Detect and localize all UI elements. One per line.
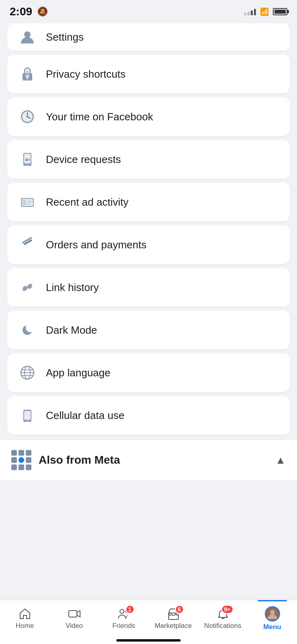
avatar: [265, 606, 280, 621]
device-requests-icon: [17, 149, 38, 170]
cellular-data-label: Cellular data use: [46, 409, 124, 422]
menu-item-device-requests[interactable]: Device requests: [7, 140, 290, 179]
svg-point-4: [26, 70, 29, 73]
dark-mode-icon: [17, 320, 38, 341]
svg-rect-21: [27, 204, 30, 205]
nav-item-video[interactable]: Video: [50, 600, 99, 637]
settings-icon: [17, 27, 38, 47]
wifi-icon: 📶: [260, 7, 269, 16]
status-icons: 📶: [244, 7, 287, 16]
status-time: 2:09 🔕: [10, 5, 48, 18]
menu-item-link-history[interactable]: Link history: [7, 268, 290, 307]
also-from-meta-title: Also from Meta: [39, 454, 120, 466]
marketplace-label: Marketplace: [155, 622, 192, 630]
settings-label: Settings: [46, 31, 84, 43]
orders-payments-icon: [17, 234, 38, 255]
svg-rect-19: [27, 201, 33, 202]
notifications-label: Notifications: [204, 622, 241, 630]
nav-item-friends[interactable]: 1 Friends: [99, 600, 148, 637]
time-display: 2:09: [10, 5, 32, 18]
link-history-icon: [17, 277, 38, 298]
nav-item-home[interactable]: Home: [0, 600, 50, 637]
meta-grid-icon: [11, 450, 31, 470]
link-history-label: Link history: [46, 281, 99, 294]
nav-item-marketplace[interactable]: 6 Marketplace: [148, 600, 198, 637]
device-requests-label: Device requests: [46, 153, 121, 166]
time-on-facebook-label: Your time on Facebook: [46, 111, 153, 123]
nav-item-menu[interactable]: Menu: [248, 600, 297, 637]
menu-item-orders-payments[interactable]: Orders and payments: [7, 225, 290, 264]
friends-icon: 1: [118, 607, 130, 620]
svg-rect-38: [169, 613, 178, 619]
svg-rect-35: [69, 611, 77, 617]
menu-list: Settings Privacy shortcuts: [0, 23, 297, 435]
svg-rect-18: [23, 200, 26, 205]
signal-icon: [244, 8, 256, 15]
menu-item-privacy-shortcuts[interactable]: Privacy shortcuts: [7, 55, 290, 93]
recent-ad-activity-icon: [17, 192, 38, 213]
video-icon: [68, 607, 81, 620]
orders-payments-label: Orders and payments: [46, 239, 146, 251]
svg-point-0: [24, 31, 31, 38]
home-indicator: [116, 639, 181, 642]
recent-ad-activity-label: Recent ad activity: [46, 196, 128, 208]
time-on-facebook-icon: [17, 106, 38, 127]
svg-rect-20: [27, 202, 31, 203]
svg-rect-33: [24, 411, 31, 420]
menu-item-recent-ad-activity[interactable]: Recent ad activity: [7, 183, 290, 221]
also-from-meta-left: Also from Meta: [11, 450, 120, 470]
menu-item-dark-mode[interactable]: Dark Mode: [7, 311, 290, 349]
menu-icon: [265, 606, 280, 621]
svg-point-40: [270, 610, 275, 615]
friends-badge: 1: [126, 605, 134, 614]
svg-point-12: [27, 164, 28, 165]
svg-rect-13: [25, 159, 28, 161]
chevron-up-icon: ▲: [275, 454, 286, 466]
cellular-data-icon: [17, 405, 38, 426]
privacy-shortcuts-label: Privacy shortcuts: [46, 68, 126, 80]
app-language-icon: [17, 362, 38, 383]
svg-point-9: [27, 116, 28, 118]
friends-label: Friends: [112, 622, 135, 630]
status-bar: 2:09 🔕 📶: [0, 0, 297, 22]
privacy-shortcuts-icon: [17, 64, 38, 85]
dark-mode-label: Dark Mode: [46, 324, 97, 336]
app-language-label: App language: [46, 367, 110, 379]
mute-icon: 🔕: [37, 6, 48, 17]
menu-item-cellular-data[interactable]: Cellular data use: [7, 396, 290, 435]
menu-label: Menu: [263, 623, 281, 631]
marketplace-badge: 6: [175, 605, 184, 614]
menu-item-time-on-facebook[interactable]: Your time on Facebook: [7, 97, 290, 136]
svg-point-34: [27, 420, 28, 422]
menu-item-settings[interactable]: Settings: [7, 23, 290, 51]
bottom-nav: Home Video 1 Friends: [0, 600, 297, 644]
notifications-icon: 9+: [217, 607, 229, 620]
svg-point-36: [120, 609, 124, 613]
video-label: Video: [66, 622, 83, 630]
notifications-badge: 9+: [221, 605, 233, 614]
home-icon: [19, 607, 31, 620]
marketplace-icon: 6: [167, 607, 180, 620]
menu-item-app-language[interactable]: App language: [7, 353, 290, 392]
also-from-meta-section[interactable]: Also from Meta ▲: [0, 440, 297, 480]
battery-icon: [273, 8, 287, 15]
home-label: Home: [16, 622, 34, 630]
nav-item-notifications[interactable]: 9+ Notifications: [198, 600, 248, 637]
